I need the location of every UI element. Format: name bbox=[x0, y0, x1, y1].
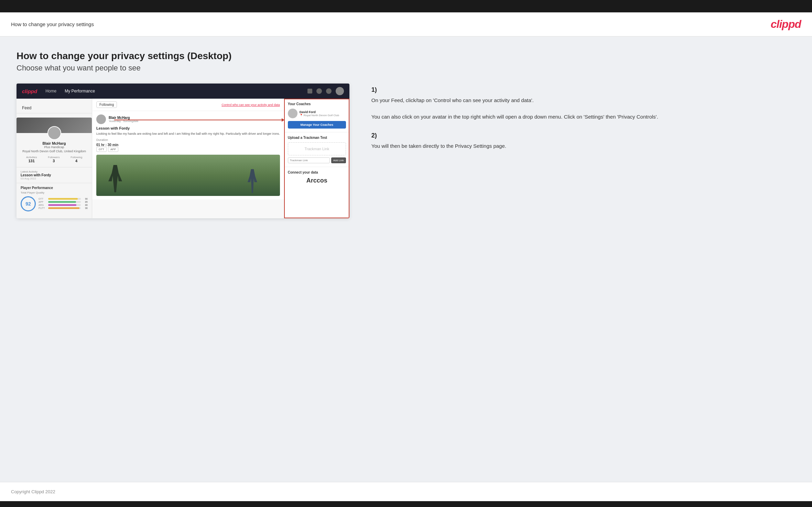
post-user-location: Yesterday · Sunningdale bbox=[109, 120, 138, 123]
top-bar bbox=[0, 0, 812, 12]
page-title: How to change your privacy settings bbox=[11, 21, 94, 27]
golfer-silhouette-2 bbox=[246, 169, 259, 193]
coach-club: 📍 Royal North Devon Golf Club bbox=[300, 114, 339, 117]
stat-following: Following 4 bbox=[71, 156, 82, 163]
nav-icons bbox=[307, 87, 344, 95]
bar-app: APP 85 bbox=[39, 201, 88, 203]
trackman-input[interactable] bbox=[288, 157, 330, 163]
arccos-label: Arccos bbox=[288, 177, 346, 184]
post-description: Looking to feel like my hands are exitin… bbox=[96, 132, 280, 136]
connect-title: Connect your data bbox=[288, 170, 346, 174]
app-right-panel: Your Coaches David Ford 📍 Royal North De… bbox=[284, 99, 349, 218]
post-user-avatar bbox=[96, 114, 106, 124]
trackman-panel: Upload a Trackman Test Trackman Link Add… bbox=[284, 132, 349, 167]
bar-putt: PUTT 96 bbox=[39, 207, 88, 209]
site-logo: clippd bbox=[771, 18, 801, 31]
profile-avatar bbox=[47, 126, 61, 140]
post-card: Blair McHarg Yesterday · Sunningdale Les… bbox=[92, 111, 284, 199]
profile-club: Royal North Devon Golf Club, United King… bbox=[21, 150, 88, 153]
trackman-title: Upload a Trackman Test bbox=[288, 136, 346, 140]
profile-stats: Activities 131 Followers 3 Following 4 bbox=[21, 156, 88, 163]
app-navbar: clippd Home My Performance bbox=[17, 84, 349, 99]
content-layout: clippd Home My Performance Feed bbox=[17, 84, 795, 218]
quality-score: 92 bbox=[21, 196, 36, 211]
coaches-panel: Your Coaches David Ford 📍 Royal North De… bbox=[284, 99, 349, 132]
post-image bbox=[96, 155, 280, 196]
tag-ott: OTT bbox=[96, 147, 107, 152]
post-duration-value: 01 hr : 30 min bbox=[96, 143, 280, 147]
globe-icon[interactable] bbox=[326, 88, 332, 94]
nav-link-my-performance[interactable]: My Performance bbox=[65, 89, 95, 93]
copyright-text: Copyright Clippd 2022 bbox=[11, 489, 55, 494]
stat-activities: Activities 131 bbox=[26, 156, 37, 163]
control-privacy-link[interactable]: Control who can see your activity and da… bbox=[221, 103, 280, 107]
bar-arg: ARG 86 bbox=[39, 204, 88, 206]
stat-followers: Followers 3 bbox=[48, 156, 59, 163]
add-link-button[interactable]: Add Link bbox=[331, 157, 346, 163]
instruction-2: 2) You will then be taken directly to th… bbox=[371, 132, 795, 150]
app-main-feed: Following Control who can see your activ… bbox=[92, 99, 284, 218]
coach-row: David Ford 📍 Royal North Devon Golf Club bbox=[288, 109, 346, 118]
player-performance: Player Performance Total Player Quality … bbox=[17, 183, 92, 214]
profile-handicap: Plus Handicap bbox=[21, 145, 88, 149]
hero-title: How to change your privacy settings (Des… bbox=[17, 51, 795, 62]
user-avatar-nav[interactable] bbox=[336, 87, 344, 95]
site-footer: Copyright Clippd 2022 bbox=[0, 482, 812, 501]
nav-link-home[interactable]: Home bbox=[45, 89, 56, 93]
app-mockup-wrapper: clippd Home My Performance Feed bbox=[17, 84, 349, 218]
user-icon[interactable] bbox=[316, 88, 322, 94]
post-duration-label: Duration bbox=[96, 138, 280, 142]
trackman-link-placeholder: Trackman Link bbox=[288, 142, 346, 155]
coach-avatar bbox=[288, 109, 297, 118]
app-sidebar: Feed Blair McHarg Plus Handicap Royal No… bbox=[17, 99, 92, 218]
instructions-panel: 1) On your Feed, click/tap on 'Control w… bbox=[366, 84, 795, 161]
app-mockup: clippd Home My Performance Feed bbox=[17, 84, 349, 218]
tag-app: APP bbox=[108, 147, 118, 152]
search-icon[interactable] bbox=[307, 89, 312, 93]
following-button[interactable]: Following bbox=[96, 101, 117, 108]
post-title: Lesson with Fordy bbox=[96, 126, 280, 130]
hero-subtitle: Choose what you want people to see bbox=[17, 64, 795, 73]
feed-tab[interactable]: Feed bbox=[17, 103, 92, 113]
quality-bars: OTT 90 APP 85 bbox=[39, 198, 88, 210]
coaches-title: Your Coaches bbox=[288, 102, 346, 106]
bar-ott: OTT 90 bbox=[39, 198, 88, 200]
location-icon: 📍 bbox=[300, 114, 303, 117]
app-body: Feed Blair McHarg Plus Handicap Royal No… bbox=[17, 99, 349, 218]
app-logo: clippd bbox=[22, 88, 37, 94]
main-content: How to change your privacy settings (Des… bbox=[0, 37, 812, 482]
site-header: How to change your privacy settings clip… bbox=[0, 12, 812, 37]
connect-data-panel: Connect your data Arccos bbox=[284, 167, 349, 188]
instruction-1: 1) On your Feed, click/tap on 'Control w… bbox=[371, 86, 795, 121]
profile-card: Blair McHarg Plus Handicap Royal North D… bbox=[17, 113, 92, 167]
manage-coaches-button[interactable]: Manage Your Coaches bbox=[288, 121, 346, 129]
feed-header: Following Control who can see your activ… bbox=[92, 99, 284, 111]
bottom-bar bbox=[0, 501, 812, 507]
coach-name: David Ford bbox=[300, 110, 339, 114]
profile-name: Blair McHarg bbox=[21, 141, 88, 145]
post-tags: OTT APP bbox=[96, 147, 280, 152]
latest-activity: Latest Activity Lesson with Fordy 03 Aug… bbox=[17, 167, 92, 183]
golfer-silhouette-1 bbox=[107, 165, 124, 192]
post-user-name: Blair McHarg bbox=[109, 116, 138, 120]
